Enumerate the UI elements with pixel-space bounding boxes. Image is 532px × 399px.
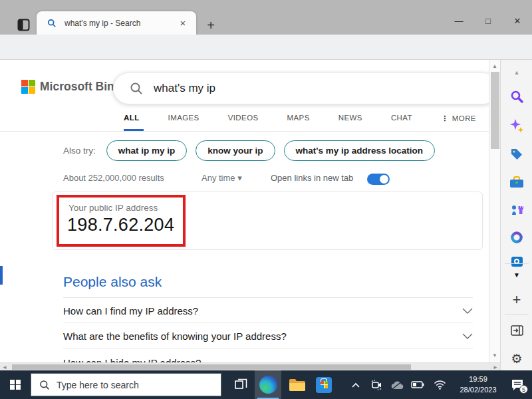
clock-time: 19:59 [469, 374, 487, 385]
tab-all[interactable]: ALL [124, 114, 140, 123]
sidebar-add-button[interactable]: + [509, 293, 524, 307]
clock-date: 28/02/2023 [460, 385, 496, 396]
tab-chat[interactable]: CHAT [391, 114, 412, 123]
bing-logo[interactable]: Microsoft Bing [21, 80, 122, 94]
divider [63, 323, 473, 323]
window-close-button[interactable]: ✕ [503, 11, 532, 31]
suggestion-pill[interactable]: what ip my ip [106, 140, 188, 161]
sidebar-panel-button[interactable] [509, 323, 524, 338]
more-dots-icon: ⋮ [441, 114, 449, 123]
meet-now-camera-icon [370, 380, 382, 390]
scroll-left-icon[interactable]: ◄ [1, 364, 8, 370]
microsoft-store-icon [316, 377, 332, 393]
sparkle-icon [509, 118, 524, 133]
question-row[interactable]: How can I find my IP address? [63, 301, 473, 321]
bing-nav-tabs: ALL IMAGES VIDEOS MAPS NEWS CHAT ⋮MORE [124, 114, 476, 123]
sidebar-collapse-button[interactable]: ▲ [509, 65, 524, 80]
tab-videos[interactable]: VIDEOS [228, 114, 259, 123]
tab-close-icon[interactable]: × [176, 17, 190, 30]
tab-news[interactable]: NEWS [338, 114, 362, 123]
search-icon [510, 90, 523, 103]
scroll-down-icon[interactable]: ▼ [489, 352, 500, 358]
results-count: About 252,000,000 results [63, 173, 164, 183]
toggle-knob [380, 175, 388, 184]
vertical-scroll-thumb[interactable] [491, 72, 499, 149]
battery-tray-button[interactable] [408, 370, 428, 399]
time-filter-dropdown[interactable]: Any time ▾ [201, 173, 242, 183]
taskbar-edge-button[interactable] [255, 370, 281, 399]
window-maximize-button[interactable]: □ [473, 11, 503, 31]
microsoft-365-icon [511, 231, 523, 243]
tab-actions-button[interactable] [14, 15, 33, 34]
tab-more[interactable]: ⋮MORE [441, 114, 476, 123]
open-links-toggle[interactable] [367, 174, 390, 185]
question-row[interactable]: How can I hide my IP address? [63, 352, 473, 362]
sidebar-shopping-button[interactable] [509, 147, 524, 162]
action-center-button[interactable]: 5 [503, 370, 531, 399]
bing-search-box[interactable]: what's my ip [113, 72, 489, 104]
chess-games-icon [510, 203, 523, 216]
onedrive-tray-button[interactable] [388, 370, 408, 399]
meet-now-button[interactable] [366, 370, 386, 399]
sidebar-discover-button[interactable] [509, 118, 524, 133]
ip-address-value: 198.7.62.204 [67, 215, 174, 235]
sidebar-outlook-button[interactable] [509, 254, 524, 269]
vertical-scrollbar[interactable]: ▲ ▼ [489, 60, 500, 362]
also-try-label: Also try: [63, 146, 96, 156]
tab-maps[interactable]: MAPS [287, 114, 310, 123]
show-hidden-icons-button[interactable] [346, 370, 365, 399]
task-view-button[interactable] [228, 370, 253, 399]
divider [63, 297, 473, 298]
sidebar-tools-button[interactable] [509, 175, 524, 190]
new-tab-button[interactable]: + [201, 16, 220, 35]
browser-tab-bar: what's my ip - Search × + — □ ✕ [0, 0, 532, 35]
browser-tab[interactable]: what's my ip - Search × [37, 11, 196, 35]
horizontal-scrollbar[interactable]: ◄ ► [0, 362, 500, 370]
tab-search-icon [47, 19, 57, 28]
windows-logo-icon [10, 380, 21, 390]
onedrive-cloud-icon [391, 380, 404, 390]
task-view-icon [235, 378, 247, 391]
file-explorer-icon [289, 378, 306, 392]
sidebar-microsoft365-button[interactable] [509, 230, 524, 245]
start-button[interactable] [0, 370, 31, 399]
open-links-label: Open links in new tab [271, 173, 353, 183]
scroll-right-icon[interactable]: ► [492, 364, 499, 370]
taskbar-search-box[interactable]: Type here to search [31, 373, 221, 396]
battery-icon [411, 381, 424, 388]
open-panel-icon [511, 325, 523, 336]
divider [0, 131, 489, 132]
window-minimize-button[interactable]: — [444, 11, 473, 31]
chevron-up-icon [352, 382, 360, 388]
tab-images[interactable]: IMAGES [168, 114, 200, 123]
search-query-text: what's my ip [154, 82, 215, 95]
suggestion-pill[interactable]: what's my ip address location [284, 140, 436, 161]
microsoft-store-button[interactable] [311, 370, 336, 399]
outlook-icon [511, 257, 523, 267]
browser-toolbar: ← https://www.bing.com/search?q=what%27s… [0, 35, 532, 60]
edge-panel-indicator[interactable] [0, 266, 3, 285]
tab-actions-icon [17, 19, 30, 31]
sidebar-settings-button[interactable]: ⚙ [509, 351, 524, 366]
taskbar-search-placeholder: Type here to search [57, 380, 139, 390]
suggestion-pill[interactable]: know your ip [196, 140, 275, 161]
notification-badge: 5 [519, 385, 528, 394]
sidebar-games-button[interactable] [509, 202, 524, 217]
search-icon [130, 82, 143, 95]
shopping-tag-icon [510, 148, 523, 161]
question-row[interactable]: What are the benefits of knowing your IP… [63, 326, 473, 346]
chevron-down-icon [462, 308, 473, 314]
toolbox-icon [509, 176, 524, 188]
sidebar-search-button[interactable] [509, 89, 524, 104]
sidebar-dropdown-button[interactable]: ▼ [509, 267, 524, 282]
divider [63, 348, 473, 348]
edge-icon [259, 376, 277, 394]
taskbar-clock[interactable]: 19:59 28/02/2023 [453, 370, 503, 399]
wifi-tray-button[interactable] [429, 370, 450, 399]
microsoft-logo-icon [21, 80, 35, 94]
file-explorer-button[interactable] [285, 370, 310, 399]
windows-taskbar: Type here to search [0, 370, 532, 399]
scroll-up-icon[interactable]: ▲ [489, 63, 500, 69]
divider [505, 263, 529, 264]
horizontal-scroll-thumb[interactable] [12, 364, 411, 370]
